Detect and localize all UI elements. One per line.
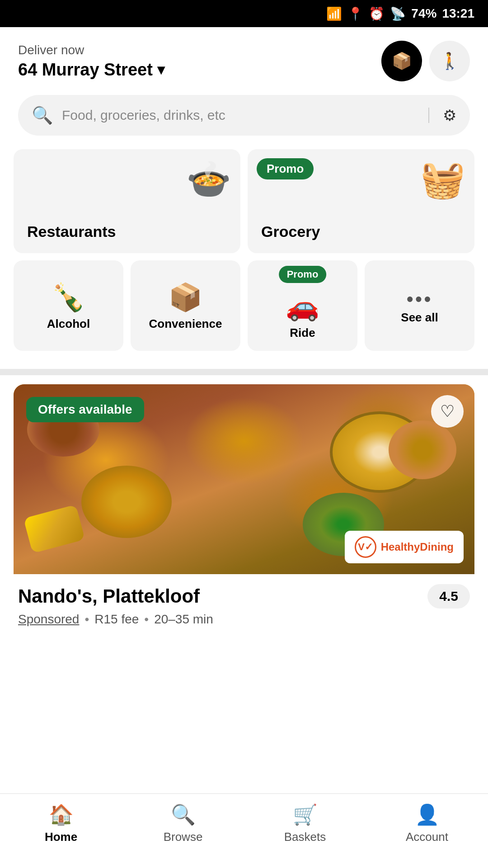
vitality-text: HealthyDining [381, 541, 454, 553]
search-container: 🔍 Food, groceries, drinks, etc ⚙ [0, 90, 488, 145]
ride-label: Ride [290, 326, 315, 340]
category-alcohol[interactable]: 🍾 Alcohol [14, 260, 123, 351]
header-actions: 📦 🚶 [381, 41, 470, 81]
status-icons: 📶 📍 ⏰ 📡 74% 13:21 [326, 6, 474, 21]
nav-account[interactable]: 👤 Account [395, 803, 459, 844]
address-row[interactable]: 64 Murray Street ▾ [18, 60, 164, 80]
grocery-icon: 🧺 [420, 158, 465, 201]
heart-icon: ♡ [440, 402, 455, 421]
category-convenience[interactable]: 📦 Convenience [131, 260, 240, 351]
category-top-row: 🍲 Restaurants Promo 🧺 Grocery [14, 149, 474, 253]
browse-label: Browse [164, 830, 203, 844]
vitality-badge: V✓ HealthyDining [345, 531, 464, 563]
restaurant-name-row: Nando's, Plattekloof 4.5 [18, 584, 470, 609]
ride-promo-badge: Promo [279, 266, 327, 283]
account-icon: 👤 [415, 803, 440, 826]
category-grocery[interactable]: Promo 🧺 Grocery [248, 149, 474, 253]
favorite-button[interactable]: ♡ [431, 395, 464, 428]
home-label: Home [45, 830, 77, 844]
offers-badge: Offers available [26, 397, 144, 422]
delivery-icon: 📦 [392, 52, 412, 71]
restaurants-icon: 🍲 [186, 158, 231, 201]
search-bar[interactable]: 🔍 Food, groceries, drinks, etc ⚙ [18, 95, 470, 136]
restaurant-meta: Sponsored • R15 fee • 20–35 min [18, 612, 470, 627]
filter-icon[interactable]: ⚙ [438, 106, 456, 124]
nav-browse[interactable]: 🔍 Browse [151, 803, 215, 844]
search-icon: 🔍 [32, 105, 53, 125]
category-see-all[interactable]: ••• See all [365, 260, 474, 351]
address-section[interactable]: Deliver now 64 Murray Street ▾ [18, 43, 164, 80]
sim-icon: 📶 [326, 6, 342, 21]
nav-home[interactable]: 🏠 Home [29, 803, 93, 844]
battery-text: 74% [411, 6, 436, 21]
restaurant-card[interactable]: Offers available ♡ V✓ HealthyDining Nand… [14, 384, 474, 631]
pickup-mode-button[interactable]: 🚶 [429, 41, 470, 81]
ride-icon: 🚗 [286, 290, 319, 322]
sponsored-label[interactable]: Sponsored [18, 612, 79, 627]
category-restaurants[interactable]: 🍲 Restaurants [14, 149, 240, 253]
categories-section: 🍲 Restaurants Promo 🧺 Grocery 🍾 Alcohol … [0, 145, 488, 360]
location-icon: 📍 [347, 6, 363, 21]
browse-icon: 🔍 [171, 803, 196, 826]
home-icon: 🏠 [49, 803, 74, 826]
vitality-logo: V✓ [355, 536, 376, 558]
convenience-icon: 📦 [169, 281, 202, 313]
category-ride[interactable]: Promo 🚗 Ride [248, 260, 357, 351]
delivery-time: 20–35 min [154, 612, 213, 627]
grocery-label: Grocery [261, 223, 461, 241]
current-address: 64 Murray Street [18, 60, 153, 80]
delivery-mode-button[interactable]: 📦 [381, 41, 422, 81]
restaurant-image: Offers available ♡ V✓ HealthyDining [14, 384, 474, 574]
category-bottom-row: 🍾 Alcohol 📦 Convenience Promo 🚗 Ride •••… [14, 260, 474, 351]
baskets-icon: 🛒 [293, 803, 318, 826]
account-label: Account [406, 830, 448, 844]
convenience-label: Convenience [149, 317, 222, 331]
see-all-label: See all [401, 311, 438, 325]
walker-icon: 🚶 [440, 52, 460, 71]
rating-badge: 4.5 [427, 584, 470, 609]
restaurant-name: Nando's, Plattekloof [18, 585, 200, 607]
alcohol-label: Alcohol [47, 317, 90, 331]
time-display: 13:21 [442, 6, 474, 21]
restaurant-info: Nando's, Plattekloof 4.5 Sponsored • R15… [14, 574, 474, 631]
status-bar: 📶 📍 ⏰ 📡 74% 13:21 [0, 0, 488, 27]
section-divider [0, 369, 488, 375]
grocery-promo-badge: Promo [257, 158, 314, 179]
restaurants-label: Restaurants [27, 223, 227, 241]
restaurant-section: Offers available ♡ V✓ HealthyDining Nand… [0, 384, 488, 645]
bottom-navigation: 🏠 Home 🔍 Browse 🛒 Baskets 👤 Account [0, 793, 488, 868]
wifi-icon: 📡 [390, 6, 406, 21]
chevron-down-icon: ▾ [157, 61, 164, 78]
baskets-label: Baskets [284, 830, 326, 844]
nav-baskets[interactable]: 🛒 Baskets [273, 803, 337, 844]
more-icon: ••• [406, 288, 432, 311]
search-input[interactable]: Food, groceries, drinks, etc [62, 108, 429, 123]
alarm-icon: ⏰ [369, 6, 385, 21]
delivery-fee: R15 fee [94, 612, 139, 627]
deliver-now-label: Deliver now [18, 43, 164, 57]
header: Deliver now 64 Murray Street ▾ 📦 🚶 [0, 27, 488, 90]
alcohol-icon: 🍾 [52, 281, 85, 313]
